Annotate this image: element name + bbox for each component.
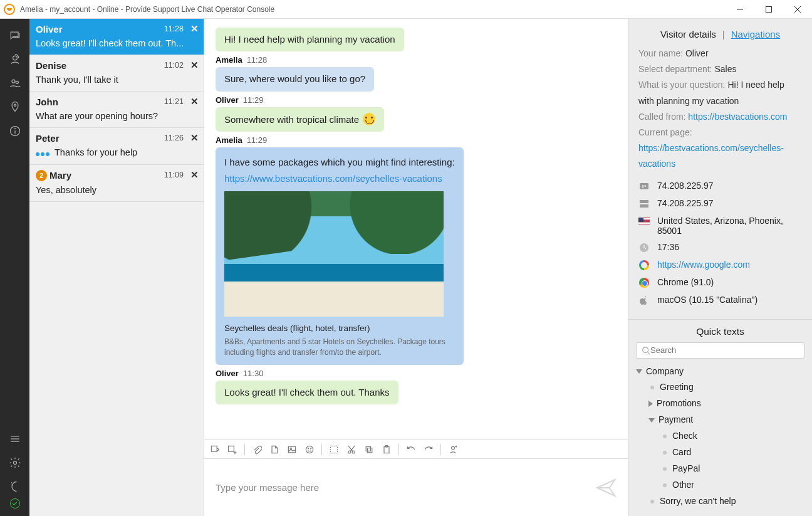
conversation-item[interactable]: 2Mary 11:09 ✕ Yes, absolutely xyxy=(29,165,204,202)
quicktext-icon[interactable] xyxy=(209,444,221,455)
svg-point-20 xyxy=(308,448,308,448)
svg-point-29 xyxy=(452,446,455,450)
called-from-link[interactable]: https://bestvacations.com xyxy=(688,112,787,122)
tree-leaf[interactable]: Card xyxy=(636,445,804,461)
operator-message: Sure, where would you like to go? xyxy=(216,67,374,91)
svg-line-37 xyxy=(648,352,650,354)
tree-node[interactable]: Company xyxy=(636,364,804,380)
browser: Chrome (91.0) xyxy=(657,277,714,287)
window-title: Amelia - my_account - Online - Provide S… xyxy=(20,5,274,14)
preview-image xyxy=(224,191,444,317)
tree-leaf[interactable]: PayPal xyxy=(636,461,804,477)
conversation-item[interactable]: Denise 11:02 ✕ Thank you, I'll take it xyxy=(29,55,204,92)
svg-rect-17 xyxy=(288,446,295,453)
sent-time: 11:28 xyxy=(247,55,268,65)
close-icon[interactable]: ✕ xyxy=(190,169,199,181)
minimize-button[interactable] xyxy=(726,0,754,19)
conversation-item[interactable]: John 11:21 ✕ What are your opening hours… xyxy=(29,92,204,128)
send-button[interactable] xyxy=(595,477,617,498)
tree-leaf[interactable]: Sorry, we can't help xyxy=(636,493,804,510)
svg-rect-15 xyxy=(211,446,217,451)
sender-name: Oliver xyxy=(216,95,239,105)
svg-point-7 xyxy=(14,104,16,106)
link-preview-card[interactable]: Seychelles deals (flight, hotel, transfe… xyxy=(224,191,455,357)
sent-time: 11:29 xyxy=(243,95,264,105)
sender-name: Amelia xyxy=(216,55,242,65)
transfer-icon[interactable] xyxy=(447,444,459,455)
conversation-item[interactable]: Peter 11:26 ✕ Thanks for your help xyxy=(29,128,204,165)
sender-name: Amelia xyxy=(216,135,242,145)
value: Sales xyxy=(714,64,736,74)
nav-info-icon[interactable] xyxy=(0,119,29,143)
select-icon[interactable] xyxy=(328,444,340,455)
chevron-down-icon xyxy=(648,418,655,423)
close-icon[interactable]: ✕ xyxy=(190,60,199,71)
svg-point-24 xyxy=(352,451,355,453)
nav-settings-icon[interactable] xyxy=(0,451,29,475)
nav-menu-icon[interactable] xyxy=(0,427,29,451)
sent-time: 11:29 xyxy=(247,135,268,145)
tree-node[interactable]: Payment xyxy=(636,412,804,428)
conversation-list: Oliver 11:28 ✕ Looks great! I'll check t… xyxy=(29,19,204,516)
message-input[interactable] xyxy=(216,482,595,493)
message-link[interactable]: https://www.bestvacations.com/seychelles… xyxy=(224,173,442,184)
attach-icon[interactable] xyxy=(251,444,263,455)
referrer-link[interactable]: https://www.google.com xyxy=(657,260,750,270)
location: United States, Arizona, Phoenix, 85001 xyxy=(657,216,802,236)
close-icon[interactable]: ✕ xyxy=(190,23,199,34)
image-icon[interactable] xyxy=(286,444,298,455)
nav-agents-icon[interactable] xyxy=(0,48,29,71)
value: Oliver xyxy=(685,48,709,58)
nav-visitors-icon[interactable] xyxy=(0,71,29,95)
paste-icon[interactable] xyxy=(381,444,392,455)
tree-leaf[interactable]: Wrong support line xyxy=(636,510,804,512)
tab-visitor-details[interactable]: Visitor details xyxy=(660,29,716,39)
close-icon[interactable]: ✕ xyxy=(190,132,199,144)
bullet-icon xyxy=(663,483,667,487)
close-button[interactable] xyxy=(783,0,812,19)
svg-rect-27 xyxy=(384,446,389,453)
bullet-icon xyxy=(663,467,667,471)
conversation-preview: Thanks for your help xyxy=(36,147,197,158)
emoji-icon[interactable] xyxy=(304,444,315,455)
svg-point-36 xyxy=(643,347,648,352)
nav-location-icon[interactable] xyxy=(0,95,29,119)
ip-icon: IP xyxy=(638,181,650,192)
visitor-message: Hi! I need help with planning my vacatio… xyxy=(216,28,404,51)
smiley-icon xyxy=(363,113,375,125)
conversation-time: 11:09 xyxy=(164,171,184,179)
host-icon xyxy=(638,198,650,209)
message-list[interactable]: Hi! I need help with planning my vacatio… xyxy=(204,19,628,440)
tree-leaf[interactable]: Greeting xyxy=(636,379,804,396)
svg-rect-34 xyxy=(640,204,648,208)
copy-icon[interactable] xyxy=(363,444,375,455)
label: Your name: xyxy=(638,48,683,58)
nav-night-icon[interactable] xyxy=(0,475,29,498)
file-icon[interactable] xyxy=(269,444,280,455)
tab-navigations[interactable]: Navigations xyxy=(731,29,780,39)
chevron-right-icon xyxy=(648,401,653,407)
tree-leaf[interactable]: Check xyxy=(636,428,804,445)
conversation-item[interactable]: Oliver 11:28 ✕ Looks great! I'll check t… xyxy=(29,19,204,55)
quick-search-input[interactable] xyxy=(650,345,799,355)
undo-icon[interactable] xyxy=(405,444,417,455)
message-text: I have some packages which you might fin… xyxy=(224,156,455,169)
cut-icon[interactable] xyxy=(346,444,357,455)
svg-point-19 xyxy=(306,446,313,453)
label: Select department: xyxy=(638,64,712,74)
add-quicktext-icon[interactable] xyxy=(227,444,238,455)
nav-chats-icon[interactable] xyxy=(0,24,29,48)
svg-rect-22 xyxy=(330,446,337,453)
tree-leaf[interactable]: Other xyxy=(636,477,804,493)
conversation-preview: Yes, absolutely xyxy=(36,185,197,195)
redo-icon[interactable] xyxy=(423,444,434,455)
maximize-button[interactable] xyxy=(754,0,783,19)
current-page-link[interactable]: https://bestvacations.com/seychelles-vac… xyxy=(638,143,784,169)
details-tabs: Visitor details | Navigations xyxy=(628,19,812,46)
close-icon[interactable]: ✕ xyxy=(190,96,199,107)
quick-search[interactable] xyxy=(636,342,804,359)
quick-text-tree: Company Greeting Promotions Payment Chec… xyxy=(636,364,804,513)
preview-description: B&Bs, Apartments and 5 star Hotels on Se… xyxy=(224,337,450,357)
tree-node[interactable]: Promotions xyxy=(636,396,804,412)
titlebar: Amelia - my_account - Online - Provide S… xyxy=(0,0,812,19)
